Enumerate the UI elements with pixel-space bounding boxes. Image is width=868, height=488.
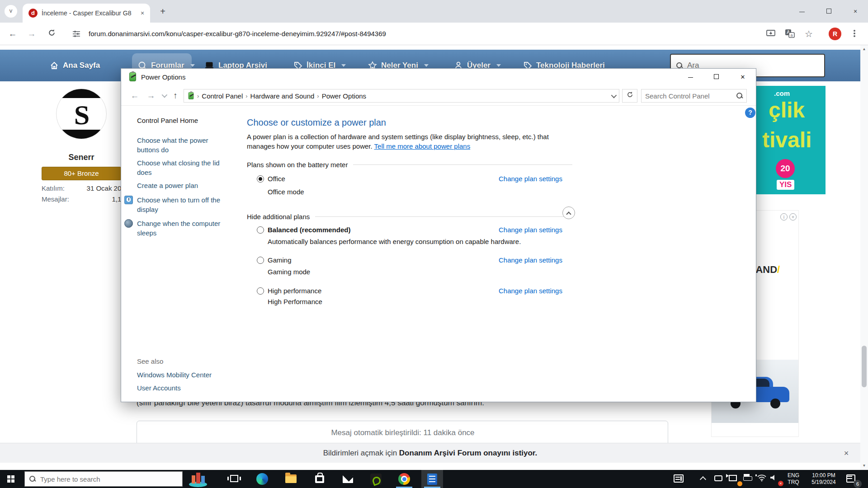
document-icon xyxy=(427,474,437,485)
change-plan-settings-link[interactable]: Change plan settings xyxy=(499,175,562,183)
refresh-button[interactable] xyxy=(622,89,637,103)
mail-taskbar-button[interactable] xyxy=(337,470,359,488)
tray-expand-chevron-icon[interactable] xyxy=(701,474,712,484)
forward-icon[interactable]: → xyxy=(145,89,157,102)
ad-close-icon[interactable]: × xyxy=(789,213,797,221)
window-minimize-button[interactable] xyxy=(792,0,812,23)
power-window-titlebar[interactable]: Power Options ✕ xyxy=(121,69,756,86)
tell-me-more-link[interactable]: Tell me more about power plans xyxy=(374,142,471,150)
time-label: 10:00 PM xyxy=(806,472,842,479)
news-interests-icon[interactable] xyxy=(674,474,685,485)
close-button[interactable]: ✕ xyxy=(732,69,753,86)
plan-name: High performance xyxy=(268,287,321,295)
change-plan-settings-link[interactable]: Change plan settings xyxy=(499,226,562,234)
install-icon[interactable] xyxy=(766,29,776,39)
search-icon xyxy=(736,93,743,99)
forward-icon[interactable]: → xyxy=(25,28,38,40)
minimize-button[interactable] xyxy=(680,69,701,86)
turn-off-display-link[interactable]: Choose when to turn off the display xyxy=(137,195,226,214)
url-address[interactable]: forum.donanimarsivi.com/konu/casper-exca… xyxy=(89,23,386,45)
windows-mobility-center-link[interactable]: Windows Mobility Center xyxy=(137,370,226,380)
plan-name: Office xyxy=(268,175,285,183)
file-explorer-taskbar-button[interactable] xyxy=(280,470,302,488)
history-chevron-icon[interactable] xyxy=(162,92,168,98)
merged-message-text: Mesaj otomatik birleştirildi: 11 dakika … xyxy=(137,428,669,437)
wifi-icon[interactable] xyxy=(757,474,769,484)
browser-tab[interactable]: d İnceleme - Casper Excalibur G8 × xyxy=(23,4,150,23)
power-plan-intro: A power plan is a collection of hardware… xyxy=(247,132,549,151)
chrome-taskbar-button[interactable] xyxy=(393,470,415,488)
chevron-down-icon xyxy=(190,64,195,67)
screen-cast-icon[interactable] xyxy=(729,474,741,484)
power-plan-content: Choose or customize a power plan A power… xyxy=(247,106,753,399)
change-plan-settings-link[interactable]: Change plan settings xyxy=(499,287,562,295)
profile-username[interactable]: Senerr xyxy=(42,153,121,162)
translate-icon[interactable]: Aa xyxy=(785,29,795,39)
avatar[interactable]: S xyxy=(56,89,107,139)
high-performance-radio[interactable] xyxy=(257,287,264,295)
breadcrumb-hardware-sound[interactable]: Hardware and Sound xyxy=(250,92,315,100)
scroll-down-icon[interactable]: ▼ xyxy=(860,464,868,468)
back-icon[interactable]: ← xyxy=(128,89,141,102)
up-icon[interactable]: ↑ xyxy=(169,89,182,102)
address-bar[interactable]: › Control Panel › Hardware and Sound › P… xyxy=(184,89,619,103)
chrome-icon xyxy=(398,473,410,485)
battery-tray-icon[interactable] xyxy=(743,474,755,484)
scroll-up-icon[interactable]: ▲ xyxy=(860,47,868,51)
breadcrumb-power-options[interactable]: Power Options xyxy=(322,92,366,100)
browser-profile-avatar[interactable]: R xyxy=(829,28,841,40)
computer-sleep-link[interactable]: Change when the computer sleeps xyxy=(137,219,226,238)
task-view-button[interactable] xyxy=(224,470,245,488)
tab-title: İnceleme - Casper Excalibur G8 xyxy=(42,4,143,23)
bookmark-star-icon[interactable]: ☆ xyxy=(804,29,814,39)
plan-desc: Automatically balances performance with … xyxy=(268,238,521,245)
gaming-radio[interactable] xyxy=(257,257,264,264)
control-panel-taskbar-button[interactable] xyxy=(421,470,443,488)
new-tab-button[interactable]: + xyxy=(157,6,168,17)
taskbar-search-box[interactable] xyxy=(24,471,183,487)
nvidia-icon xyxy=(370,474,382,485)
tab-list-chevron-icon[interactable]: v xyxy=(5,5,17,18)
action-center-icon[interactable]: 6 xyxy=(846,474,858,485)
control-panel-search-box[interactable] xyxy=(641,89,747,103)
nvidia-taskbar-button[interactable] xyxy=(365,470,387,488)
notification-close-icon[interactable]: × xyxy=(841,448,852,459)
nav-item-home[interactable]: Ana Sayfa xyxy=(50,50,100,81)
volume-muted-icon[interactable]: × xyxy=(769,474,781,485)
browser-menu-icon[interactable] xyxy=(853,29,856,39)
search-highlight-icon[interactable] xyxy=(187,472,209,487)
scrollbar-thumb[interactable] xyxy=(862,346,867,387)
collapse-plans-button[interactable] xyxy=(562,206,575,219)
clock[interactable]: 10:00 PM 5/19/2024 xyxy=(806,472,842,486)
change-plan-settings-link[interactable]: Change plan settings xyxy=(499,256,562,264)
date-label: 5/19/2024 xyxy=(806,479,842,486)
user-accounts-link[interactable]: User Accounts xyxy=(137,383,226,393)
maximize-button[interactable] xyxy=(706,69,726,86)
office-radio[interactable] xyxy=(257,175,264,183)
power-buttons-link[interactable]: Choose what the power buttons do xyxy=(137,136,226,155)
breadcrumb-control-panel[interactable]: Control Panel xyxy=(202,92,243,100)
tab-close-icon[interactable]: × xyxy=(138,9,146,17)
chevron-icon: › xyxy=(197,93,199,99)
browser-tab-strip: v d İnceleme - Casper Excalibur G8 × + × xyxy=(0,0,868,23)
window-maximize-button[interactable] xyxy=(818,0,839,23)
edge-taskbar-button[interactable] xyxy=(251,470,273,488)
balanced-radio[interactable] xyxy=(257,226,264,234)
window-close-button[interactable]: × xyxy=(845,0,866,23)
ad-info-icon[interactable]: i xyxy=(780,213,788,221)
meet-now-icon[interactable] xyxy=(714,474,726,484)
address-dropdown-icon[interactable] xyxy=(611,92,617,98)
start-button[interactable] xyxy=(0,470,22,488)
control-panel-home-link[interactable]: Control Panel Home xyxy=(137,116,226,125)
control-panel-search-input[interactable] xyxy=(645,92,736,100)
page-scrollbar[interactable]: ▲ ▼ xyxy=(860,45,868,470)
create-power-plan-link[interactable]: Create a power plan xyxy=(137,181,226,190)
language-indicator[interactable]: ENGTRQ xyxy=(784,472,802,486)
battery-icon xyxy=(189,92,194,99)
store-taskbar-button[interactable] xyxy=(309,470,330,488)
reload-icon[interactable] xyxy=(45,28,58,40)
taskbar-search-input[interactable] xyxy=(40,475,178,483)
site-info-icon[interactable] xyxy=(71,29,81,39)
closing-lid-link[interactable]: Choose what closing the lid does xyxy=(137,158,226,177)
back-icon[interactable]: ← xyxy=(6,28,19,40)
